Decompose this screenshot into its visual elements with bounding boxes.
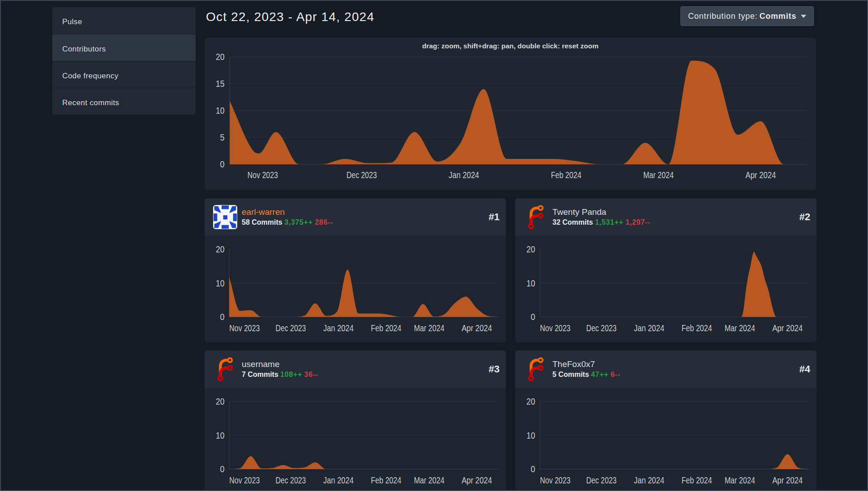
svg-text:Mar 2024: Mar 2024 <box>414 475 445 485</box>
svg-text:0: 0 <box>220 312 225 322</box>
svg-text:Dec 2023: Dec 2023 <box>586 323 616 333</box>
svg-text:Mar 2024: Mar 2024 <box>725 323 755 333</box>
svg-text:10: 10 <box>216 278 225 288</box>
svg-text:Nov 2023: Nov 2023 <box>248 170 278 180</box>
svg-text:Nov 2023: Nov 2023 <box>540 475 570 485</box>
svg-text:15: 15 <box>216 79 225 89</box>
svg-text:Jan 2024: Jan 2024 <box>449 170 479 180</box>
svg-text:Feb 2024: Feb 2024 <box>681 475 712 485</box>
svg-text:Feb 2024: Feb 2024 <box>371 323 401 333</box>
svg-text:20: 20 <box>526 244 535 254</box>
svg-text:Dec 2023: Dec 2023 <box>275 323 306 333</box>
svg-text:5: 5 <box>220 132 225 142</box>
svg-text:20: 20 <box>216 397 225 406</box>
svg-text:Nov 2023: Nov 2023 <box>229 323 260 333</box>
svg-text:0: 0 <box>220 464 225 474</box>
svg-text:Feb 2024: Feb 2024 <box>551 170 582 180</box>
svg-text:Apr 2024: Apr 2024 <box>772 323 803 333</box>
svg-text:Jan 2024: Jan 2024 <box>634 323 664 333</box>
svg-text:Nov 2023: Nov 2023 <box>229 475 260 485</box>
svg-text:Dec 2023: Dec 2023 <box>275 475 306 485</box>
svg-text:10: 10 <box>216 106 225 115</box>
svg-text:0: 0 <box>531 312 535 322</box>
svg-text:Mar 2024: Mar 2024 <box>414 323 445 333</box>
svg-text:20: 20 <box>216 52 225 62</box>
svg-text:Apr 2024: Apr 2024 <box>745 170 776 180</box>
svg-text:Dec 2023: Dec 2023 <box>346 170 377 180</box>
svg-text:10: 10 <box>526 278 535 288</box>
svg-text:Mar 2024: Mar 2024 <box>725 475 755 485</box>
svg-text:20: 20 <box>216 244 225 254</box>
svg-text:Feb 2024: Feb 2024 <box>681 323 712 333</box>
svg-text:0: 0 <box>531 464 535 474</box>
svg-text:Apr 2024: Apr 2024 <box>462 475 492 485</box>
svg-text:Apr 2024: Apr 2024 <box>772 475 803 485</box>
svg-text:Jan 2024: Jan 2024 <box>323 323 354 333</box>
svg-text:10: 10 <box>526 431 535 440</box>
svg-text:Jan 2024: Jan 2024 <box>323 475 354 485</box>
svg-text:Mar 2024: Mar 2024 <box>643 170 674 180</box>
svg-text:Jan 2024: Jan 2024 <box>634 475 664 485</box>
svg-text:Feb 2024: Feb 2024 <box>371 475 401 485</box>
svg-text:Nov 2023: Nov 2023 <box>540 323 570 333</box>
svg-text:Apr 2024: Apr 2024 <box>462 323 492 333</box>
svg-text:10: 10 <box>216 431 225 440</box>
svg-text:Dec 2023: Dec 2023 <box>586 475 616 485</box>
svg-text:0: 0 <box>220 159 225 169</box>
svg-text:20: 20 <box>526 397 535 406</box>
